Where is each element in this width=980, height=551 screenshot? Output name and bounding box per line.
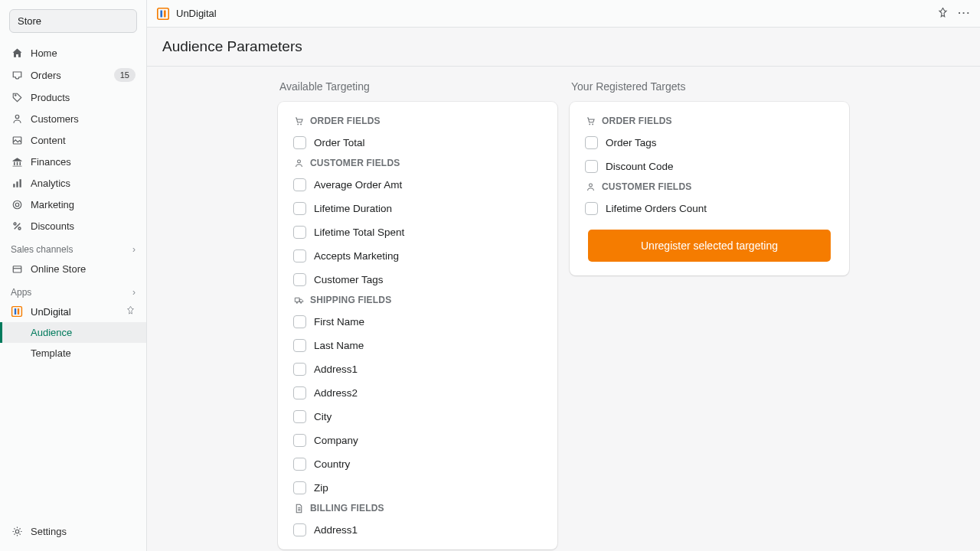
app-label: UnDigital (31, 306, 71, 318)
percent-icon (11, 220, 23, 232)
svg-rect-11 (15, 308, 16, 315)
checkbox[interactable] (293, 363, 306, 376)
nav-discounts[interactable]: Discounts (0, 215, 146, 236)
channel-online-store[interactable]: Online Store (0, 258, 146, 279)
group-header-shipping: SHIPPING FIELDS (290, 292, 545, 310)
check-row[interactable]: Discount Code (582, 155, 837, 178)
svg-point-19 (297, 159, 300, 162)
nav-marketing[interactable]: Marketing (0, 194, 146, 215)
field-label: Lifetime Total Spent (314, 227, 404, 238)
check-row[interactable]: Customer Tags (290, 268, 545, 292)
field-label: Address2 (314, 387, 358, 399)
image-icon (11, 134, 23, 146)
app-sub-audience[interactable]: Audience (0, 322, 146, 343)
section-apps[interactable]: Apps › (0, 279, 146, 301)
pin-icon[interactable] (937, 7, 949, 21)
check-row[interactable]: Average Order Amt (290, 173, 545, 197)
checkbox[interactable] (293, 249, 306, 262)
field-label: Lifetime Orders Count (606, 203, 707, 214)
checkbox[interactable] (293, 202, 306, 215)
undigital-app-icon (11, 305, 23, 318)
page-header: Audience Parameters (147, 28, 980, 67)
check-row[interactable]: Address2 (290, 381, 545, 405)
nav-settings[interactable]: Settings (0, 520, 146, 542)
checkbox[interactable] (293, 178, 306, 191)
svg-rect-3 (16, 181, 18, 187)
nav-label: Marketing (31, 199, 136, 210)
more-icon[interactable]: ··· (958, 7, 971, 21)
checkbox[interactable] (293, 136, 306, 149)
nav-home[interactable]: Home (0, 42, 146, 64)
column-title: Your Registered Targets (570, 80, 849, 93)
app-undigital[interactable]: UnDigital (0, 301, 146, 322)
chevron-right-icon: › (132, 287, 136, 298)
checkbox[interactable] (293, 434, 306, 447)
svg-point-7 (14, 223, 16, 225)
check-row[interactable]: Country (290, 452, 545, 476)
orders-badge: 15 (114, 68, 136, 82)
content-area: Available Targeting ORDER FIELDS Order T… (147, 67, 980, 551)
field-label: Average Order Amt (314, 179, 402, 191)
nav-analytics[interactable]: Analytics (0, 172, 146, 194)
checkbox[interactable] (293, 339, 306, 352)
check-row[interactable]: Company (290, 429, 545, 452)
store-selector[interactable]: Store (9, 9, 137, 33)
checkbox[interactable] (585, 202, 598, 215)
sidebar: Store Home Orders 15 Products Customers … (0, 0, 147, 551)
checkbox[interactable] (293, 410, 306, 423)
undigital-app-icon (156, 7, 170, 21)
svg-point-21 (300, 302, 302, 303)
checkbox[interactable] (293, 458, 306, 471)
checkbox[interactable] (293, 315, 306, 328)
checkbox[interactable] (293, 523, 306, 536)
check-row[interactable]: Zip (290, 476, 545, 500)
field-label: Zip (314, 482, 328, 494)
nav-products[interactable]: Products (0, 86, 146, 108)
nav-content[interactable]: Content (0, 129, 146, 151)
check-row[interactable]: Accepts Marketing (290, 244, 545, 268)
unregister-button[interactable]: Unregister selected targeting (588, 230, 831, 262)
svg-rect-12 (18, 308, 19, 315)
nav-finances[interactable]: Finances (0, 151, 146, 172)
check-row[interactable]: Lifetime Orders Count (582, 197, 837, 220)
svg-point-8 (18, 227, 21, 230)
check-row[interactable]: Order Tags (582, 131, 837, 155)
user-icon (585, 181, 596, 192)
check-row[interactable]: First Name (290, 310, 545, 334)
section-sales-channels[interactable]: Sales channels › (0, 236, 146, 258)
svg-point-6 (15, 203, 19, 207)
checkbox[interactable] (293, 226, 306, 239)
checkbox[interactable] (585, 160, 598, 173)
pin-icon[interactable] (126, 305, 136, 318)
check-row[interactable]: Last Name (290, 334, 545, 357)
check-row[interactable]: Address1 (290, 357, 545, 381)
group-header-customer: CUSTOMER FIELDS (582, 178, 837, 197)
check-row[interactable]: City (290, 405, 545, 429)
group-label: BILLING FIELDS (310, 503, 384, 514)
available-card: ORDER FIELDS Order Total CUSTOMER FIELDS… (278, 102, 557, 549)
field-label: Address1 (314, 364, 358, 375)
group-header-order: ORDER FIELDS (290, 112, 545, 131)
group-label: CUSTOMER FIELDS (602, 181, 691, 192)
main: UnDigital ··· Audience Parameters Availa… (147, 0, 980, 551)
app-brand-name: UnDigital (176, 8, 217, 19)
user-icon (293, 158, 304, 168)
nav-customers[interactable]: Customers (0, 108, 146, 129)
field-label: Address1 (314, 524, 358, 536)
check-row[interactable]: Order Total (290, 131, 545, 155)
home-icon (11, 47, 23, 59)
svg-rect-14 (158, 8, 168, 18)
nav-orders[interactable]: Orders 15 (0, 64, 146, 86)
checkbox[interactable] (585, 136, 598, 149)
checkbox[interactable] (293, 273, 306, 286)
check-row[interactable]: Lifetime Duration (290, 197, 545, 220)
app-sub-template[interactable]: Template (0, 343, 146, 364)
checkbox[interactable] (293, 386, 306, 399)
settings-label: Settings (31, 526, 136, 537)
field-label: City (314, 411, 332, 422)
checkbox[interactable] (293, 481, 306, 494)
cart-icon (585, 116, 596, 126)
check-row[interactable]: Lifetime Total Spent (290, 220, 545, 244)
check-row[interactable]: Address1 (290, 518, 545, 542)
svg-point-24 (589, 183, 592, 186)
